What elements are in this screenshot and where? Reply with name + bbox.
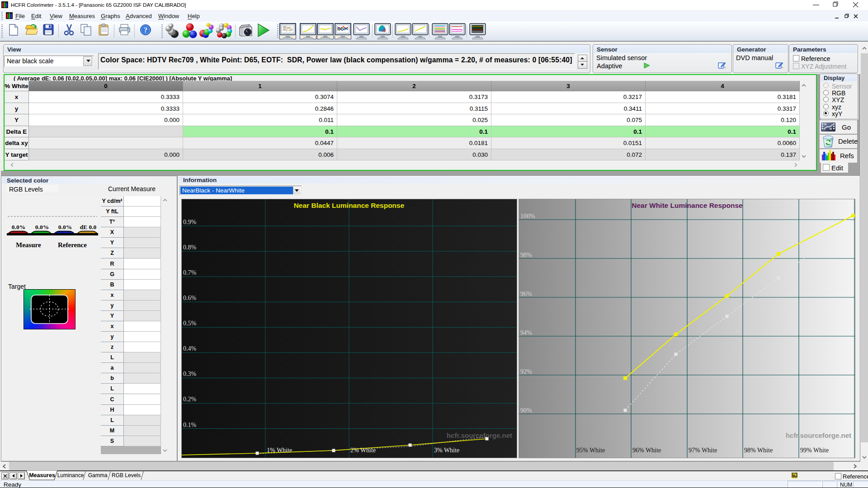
- svg-text:0.1%: 0.1%: [183, 422, 197, 428]
- svg-text:Luminance: Luminance: [57, 472, 84, 479]
- svg-text:0.0%: 0.0%: [35, 224, 49, 230]
- svg-text:0.3%: 0.3%: [183, 371, 197, 377]
- svg-text:Near Black Luminance Response: Near Black Luminance Response: [294, 202, 405, 209]
- svg-text:Gamma: Gamma: [88, 472, 108, 479]
- svg-text:0.9%: 0.9%: [183, 219, 197, 225]
- svg-text:Measures: Measures: [29, 472, 55, 479]
- svg-text:0.2%: 0.2%: [183, 396, 197, 403]
- svg-text:RGB Levels: RGB Levels: [112, 472, 141, 479]
- svg-text:95% White: 95% White: [576, 447, 605, 454]
- svg-text:92%: 92%: [520, 368, 532, 375]
- svg-text:96%: 96%: [520, 291, 532, 297]
- svg-text:98% White: 98% White: [744, 447, 773, 454]
- svg-text:3% White: 3% White: [434, 447, 459, 454]
- svg-text:98%: 98%: [520, 252, 532, 258]
- svg-text:100%: 100%: [520, 213, 535, 220]
- svg-text:0.0%: 0.0%: [12, 224, 25, 230]
- svg-text:?: ?: [144, 26, 147, 34]
- svg-text:0.8%: 0.8%: [183, 244, 197, 251]
- svg-text:99% White: 99% White: [800, 447, 829, 454]
- svg-text:0.7%: 0.7%: [183, 269, 197, 276]
- svg-text:96% White: 96% White: [632, 447, 661, 454]
- svg-text:hcfr.sourceforge.net: hcfr.sourceforge.net: [786, 432, 851, 439]
- svg-text:90%: 90%: [520, 407, 532, 414]
- svg-text:97% White: 97% White: [689, 447, 717, 454]
- svg-text:0.5%: 0.5%: [183, 320, 197, 327]
- svg-text:0.6%: 0.6%: [183, 295, 197, 301]
- svg-text:0.4%: 0.4%: [183, 345, 197, 352]
- svg-text:Near White Luminance Response: Near White Luminance Response: [632, 202, 743, 209]
- svg-text:0.0%: 0.0%: [58, 224, 72, 230]
- svg-text:94%: 94%: [520, 329, 532, 336]
- svg-text:dE 0.0: dE 0.0: [80, 224, 97, 230]
